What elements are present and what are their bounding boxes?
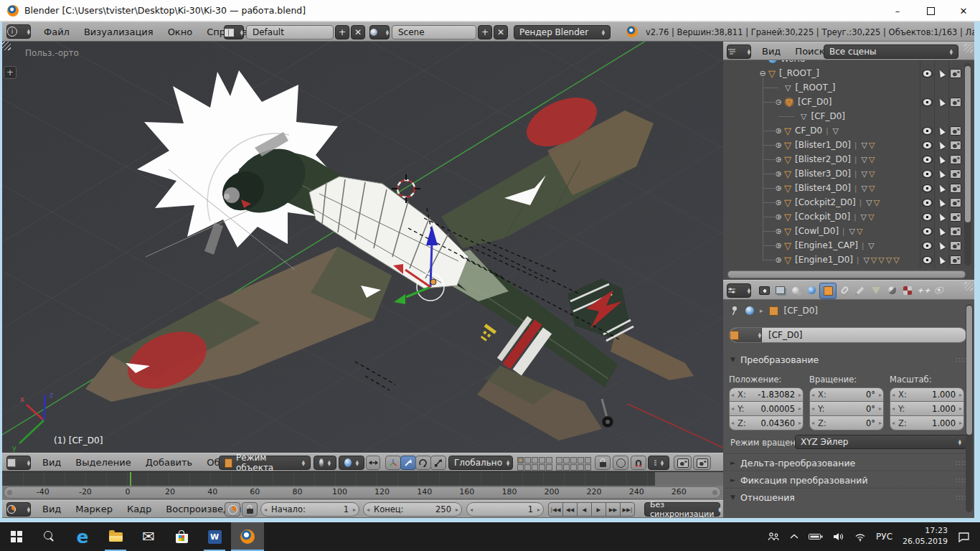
preview-range-button[interactable] bbox=[225, 502, 240, 517]
editor-type-properties-button[interactable]: ▲▼ bbox=[727, 283, 751, 298]
taskbar-mail-button[interactable]: ✉ bbox=[132, 522, 165, 551]
outliner-scrollbar[interactable] bbox=[965, 66, 971, 222]
layer-cell[interactable] bbox=[539, 464, 545, 471]
timeline-track-area[interactable] bbox=[2, 471, 723, 486]
outliner-row[interactable]: ▽[_ROOT_] bbox=[723, 80, 974, 95]
properties-tab-scene[interactable] bbox=[788, 283, 804, 298]
renderability-camera-toggle[interactable] bbox=[948, 209, 963, 224]
menu-frame[interactable]: Кадр bbox=[120, 501, 159, 518]
renderability-camera-toggle[interactable] bbox=[948, 224, 963, 238]
panel-header[interactable]: ►Фиксация преобразований:::: bbox=[723, 472, 974, 488]
viewport-shading-dropdown[interactable]: ▲▼ bbox=[314, 456, 336, 470]
renderability-camera-toggle[interactable] bbox=[948, 195, 963, 209]
jump-to-start-button[interactable]: |◀◀ bbox=[548, 502, 563, 517]
tray-chevron-up-icon[interactable] bbox=[790, 534, 798, 540]
frame-start-field[interactable]: Начало: 1 bbox=[260, 502, 359, 517]
object-id-browse[interactable]: ▲▼ bbox=[730, 328, 762, 342]
transform-value-field[interactable]: Z:0.04360 bbox=[729, 416, 804, 430]
menu-view[interactable]: Вид bbox=[35, 501, 68, 518]
editor-type-info-button[interactable]: i ▲▼ bbox=[6, 24, 31, 39]
visibility-eye-toggle[interactable] bbox=[920, 123, 934, 138]
properties-tab-render[interactable] bbox=[756, 283, 772, 298]
layer-cell[interactable] bbox=[546, 464, 552, 471]
selectability-cursor-toggle[interactable] bbox=[934, 224, 948, 238]
sync-mode-dropdown[interactable]: Без синхронизации ▲▼ bbox=[644, 502, 720, 517]
outliner-item-label[interactable]: [Blister1_D0] bbox=[795, 140, 851, 150]
selectability-cursor-toggle[interactable] bbox=[934, 238, 948, 253]
layer-cell[interactable] bbox=[556, 457, 562, 463]
outliner-row[interactable]: ⊕▽[Cockpit2_D0]|▽▽ bbox=[723, 195, 974, 209]
transform-orientation-dropdown[interactable]: Глобально ▲▼ bbox=[448, 456, 513, 470]
selectability-cursor-toggle[interactable] bbox=[934, 95, 948, 109]
outliner-row[interactable]: ⊖▽[CF_D0] bbox=[723, 95, 974, 109]
rotation-mode-dropdown[interactable]: XYZ Эйлер ▲▼ bbox=[795, 435, 967, 449]
menu-file[interactable]: Файл bbox=[37, 24, 77, 41]
renderability-camera-toggle[interactable] bbox=[948, 95, 963, 109]
jump-to-end-button[interactable]: ▶▶| bbox=[620, 502, 635, 517]
layer-cell[interactable] bbox=[556, 464, 562, 471]
area-resize-grip[interactable] bbox=[2, 42, 11, 50]
outliner-row[interactable]: World bbox=[723, 60, 974, 66]
selectability-cursor-toggle[interactable] bbox=[934, 66, 948, 80]
taskbar-search-button[interactable] bbox=[33, 522, 66, 551]
visibility-eye-toggle[interactable] bbox=[920, 66, 934, 80]
object-breadcrumb-icon[interactable] bbox=[769, 306, 778, 316]
properties-tab-texture[interactable] bbox=[900, 283, 915, 298]
layer-cell[interactable] bbox=[524, 464, 531, 471]
clock-widget[interactable]: 17:23 26.05.2019 bbox=[903, 526, 948, 547]
proportional-edit-button[interactable] bbox=[613, 456, 628, 470]
renderability-camera-toggle[interactable] bbox=[948, 152, 963, 166]
lock-frame-button[interactable] bbox=[242, 502, 258, 517]
renderability-camera-toggle[interactable] bbox=[948, 253, 963, 267]
renderability-camera-toggle[interactable] bbox=[948, 66, 963, 80]
properties-scrollbar[interactable] bbox=[966, 306, 972, 435]
outliner-scope-dropdown[interactable]: Все сцены ▲▼ bbox=[824, 44, 958, 59]
add-scene-button[interactable]: + bbox=[478, 25, 492, 39]
menu-add[interactable]: Добавить bbox=[138, 454, 199, 471]
properties-tab-physics[interactable] bbox=[931, 283, 947, 298]
menu-window[interactable]: Окно bbox=[161, 24, 200, 41]
visibility-eye-toggle[interactable] bbox=[920, 152, 934, 166]
wifi-icon[interactable] bbox=[854, 532, 866, 542]
outliner-item-label[interactable]: [Blister4_D0] bbox=[795, 183, 851, 193]
properties-tab-object-data[interactable] bbox=[868, 283, 884, 298]
outliner-item-label[interactable]: [CF_D0] bbox=[798, 97, 832, 107]
layer-cell[interactable] bbox=[524, 457, 531, 463]
taskbar-edge-button[interactable]: e bbox=[66, 522, 99, 551]
pivot-point-dropdown[interactable]: ▲▼ bbox=[339, 456, 364, 470]
menu-view[interactable]: Вид bbox=[755, 43, 788, 60]
outliner-item-label[interactable]: [Engine1_D0] bbox=[795, 255, 853, 265]
action-center-icon[interactable] bbox=[958, 532, 970, 542]
mode-dropdown[interactable]: Режим объекта ▲▼ bbox=[219, 456, 311, 470]
outliner-item-label[interactable]: [Cockpit2_D0] bbox=[795, 197, 856, 207]
panel-header[interactable]: ►Дельта-преобразование:::: bbox=[723, 455, 974, 471]
remove-scene-button[interactable]: ✕ bbox=[494, 25, 508, 39]
people-icon[interactable] bbox=[768, 532, 780, 542]
scene-name-field[interactable]: Scene bbox=[392, 25, 476, 39]
menu-render[interactable]: Визуализация bbox=[77, 24, 161, 41]
transform-value-field[interactable]: Z:0° bbox=[809, 416, 884, 430]
outliner-item-label[interactable]: [Engine1_CAP] bbox=[795, 240, 858, 250]
scene-browse-button[interactable]: ▲▼ bbox=[369, 25, 390, 39]
visibility-eye-toggle[interactable] bbox=[920, 224, 934, 238]
outliner-item-label[interactable]: [Blister2_D0] bbox=[795, 154, 851, 164]
outliner-row[interactable]: ⊕▽[Engine1_D0]|▽▽▽▽▽ bbox=[723, 253, 974, 267]
selectability-cursor-toggle[interactable] bbox=[934, 253, 948, 267]
play-reverse-button[interactable]: ◀ bbox=[577, 502, 592, 517]
transform-panel-header[interactable]: ▼ Преобразование :::: bbox=[723, 352, 974, 367]
layer-cell[interactable] bbox=[570, 457, 577, 463]
outliner-item-label[interactable]: CF_D0 bbox=[795, 126, 822, 136]
opengl-render-still-button[interactable] bbox=[674, 456, 692, 470]
play-button[interactable]: ▶ bbox=[591, 502, 606, 517]
outliner-row[interactable]: ⊕▽[Blister4_D0]|▽▽ bbox=[723, 181, 974, 195]
visibility-eye-toggle[interactable] bbox=[920, 209, 934, 224]
outliner-row[interactable]: ⊕▽[Engine1_CAP]|▽ bbox=[723, 238, 974, 253]
rotate-manipulator-button[interactable] bbox=[415, 456, 431, 470]
outliner-item-label[interactable]: [Cowl_D0] bbox=[795, 226, 839, 236]
layer-cell[interactable] bbox=[517, 464, 524, 471]
pivot-align-toggle[interactable] bbox=[366, 456, 380, 470]
properties-tab-object[interactable] bbox=[819, 283, 837, 299]
next-keyframe-button[interactable]: ▶▶ bbox=[606, 502, 621, 517]
render-engine-dropdown[interactable]: Рендер Blender ▲▼ bbox=[514, 25, 611, 39]
pin-icon[interactable] bbox=[730, 306, 740, 316]
